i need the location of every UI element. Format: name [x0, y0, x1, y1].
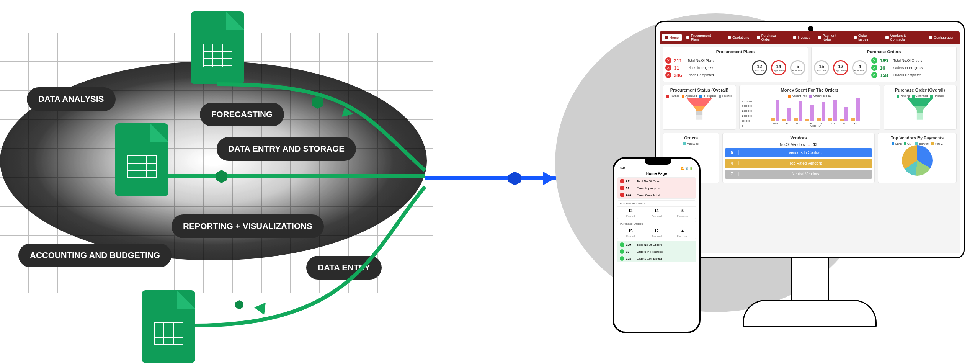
- nav-payment-notes[interactable]: Payment Notes: [815, 32, 849, 43]
- pie-chart-icon: [902, 145, 933, 176]
- phone-notch-icon: [645, 159, 671, 165]
- label-data-entry-storage: DATA ENTRY AND STORAGE: [217, 137, 356, 161]
- nav-vendors-contracts[interactable]: Vendors & Contracts: [882, 32, 924, 43]
- svg-marker-7: [543, 172, 555, 185]
- label-forecasting: FORECASTING: [200, 103, 284, 126]
- google-sheets-icon: [191, 11, 244, 84]
- status-icons: 📶 📡 🔋: [681, 167, 693, 170]
- google-sheets-icon: [142, 290, 195, 363]
- label-reporting-viz: REPORTING + VISUALIZATIONS: [172, 214, 324, 238]
- nav-order-issues[interactable]: Order Issues: [851, 32, 881, 43]
- funnel-chart-icon: [686, 98, 713, 120]
- svg-marker-4: [254, 302, 266, 315]
- google-sheets-icon: [115, 123, 168, 196]
- card-vendors: Vendors No.Of Vendors ↓ 13 5Vendors In C…: [722, 133, 875, 183]
- label-accounting: ACCOUNTING AND BUDGETING: [18, 244, 172, 267]
- phone-page-title: Home Page: [617, 172, 696, 176]
- card-purchase-orders: Purchase Orders 15Planned 12Approved 4Po…: [811, 47, 957, 82]
- card-procurement-plans: Procurement Plans ✕211Total No.Of Plans …: [663, 47, 808, 82]
- card-title: Procurement Plans: [665, 49, 805, 54]
- nav-purchase-order[interactable]: Purchase Order: [754, 32, 789, 43]
- dashboard-screen: Home Procurement Plans Quotations Purcha…: [660, 31, 960, 253]
- phone-frame: 9:41📶 📡 🔋 Home Page 211Total No.Of Plans…: [612, 157, 701, 333]
- label-data-entry: DATA ENTRY: [306, 256, 382, 280]
- nav-invoices[interactable]: Invoices: [790, 34, 813, 41]
- svg-marker-2: [235, 300, 243, 309]
- card-proc-status: Procurement Status (Overall) PlannedAppr…: [663, 85, 736, 130]
- card-top-vendors: Top Vendors By Payments CaneCNTTeleworkV…: [878, 133, 957, 183]
- card-title: Purchase Orders: [814, 49, 954, 54]
- label-data-analysis: DATA ANALYSIS: [27, 87, 116, 111]
- monitor-frame: Home Procurement Plans Quotations Purcha…: [655, 21, 965, 343]
- phone-clock: 9:41: [620, 167, 626, 170]
- phone-screen: 9:41📶 📡 🔋 Home Page 211Total No.Of Plans…: [617, 166, 696, 329]
- card-po-status: Purchase Order (Overall) PendingConfirme…: [884, 85, 957, 130]
- webcam-icon: [808, 26, 813, 31]
- nav-home[interactable]: Home: [662, 34, 682, 41]
- bar-chart: [753, 98, 877, 121]
- svg-marker-5: [508, 172, 521, 185]
- card-money-spent: Money Spent For The Orders Amount PaidAm…: [739, 85, 880, 130]
- funnel-chart-icon: [906, 98, 933, 120]
- top-nav: Home Procurement Plans Quotations Purcha…: [660, 31, 960, 44]
- nav-quotations[interactable]: Quotations: [725, 34, 752, 41]
- nav-configuration[interactable]: Configuration: [926, 34, 957, 41]
- nav-procurement-plans[interactable]: Procurement Plans: [683, 32, 723, 43]
